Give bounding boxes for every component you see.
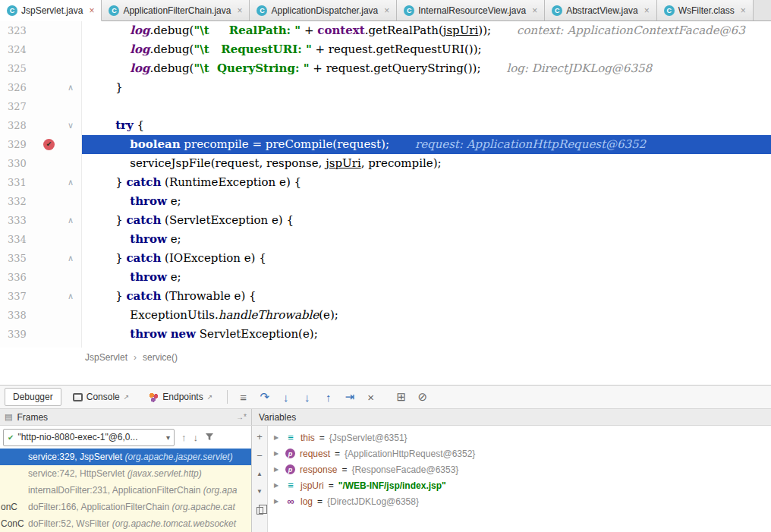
run-to-cursor-icon[interactable]: ⇥ <box>340 389 359 405</box>
filter-funnel-icon[interactable] <box>205 433 214 442</box>
step-into-icon[interactable]: ↓ <box>276 389 295 405</box>
breakpoint-slot[interactable] <box>38 287 61 306</box>
code-content[interactable]: throw e; <box>82 230 771 249</box>
fold-marker-icon[interactable]: ∧ <box>61 78 80 97</box>
fold-marker-icon[interactable] <box>61 21 80 40</box>
step-out-icon[interactable]: ↑ <box>319 389 338 405</box>
previous-frame-icon[interactable]: ↑ <box>181 432 187 443</box>
fold-marker-icon[interactable] <box>61 59 80 78</box>
fold-marker-icon[interactable]: ∧ <box>61 287 80 306</box>
view-breakpoints-icon[interactable]: ⊞ <box>392 389 411 405</box>
tab-close-icon[interactable]: × <box>741 6 746 15</box>
breakpoint-slot[interactable] <box>38 211 61 230</box>
code-content[interactable]: try { <box>82 116 771 135</box>
remove-watch-icon[interactable]: − <box>256 452 263 461</box>
breadcrumb-item-method[interactable]: service() <box>143 352 178 363</box>
code-content[interactable]: log.debug("\t RequestURI: " + request.ge… <box>82 40 771 59</box>
fold-marker-icon[interactable] <box>61 40 80 59</box>
add-watch-icon[interactable]: + <box>256 433 263 442</box>
frame-row[interactable]: service:742, HttpServlet (javax.servlet.… <box>0 465 251 482</box>
next-frame-icon[interactable]: ↓ <box>194 432 199 443</box>
variable-row[interactable]: ▶≡this = {JspServlet@6351} <box>268 430 771 445</box>
fold-marker-icon[interactable] <box>61 268 80 287</box>
debug-tab-console[interactable]: Console↗ <box>65 388 138 406</box>
fold-marker-icon[interactable] <box>61 192 80 211</box>
code-content[interactable]: throw e; <box>82 192 771 211</box>
breakpoint-slot[interactable] <box>38 249 61 268</box>
editor-tab[interactable]: CJspServlet.java× <box>0 0 102 21</box>
move-up-icon[interactable]: ▲ <box>256 471 263 478</box>
fold-marker-icon[interactable] <box>61 97 80 116</box>
expand-chevron-icon[interactable]: ▶ <box>274 450 281 457</box>
fold-marker-icon[interactable]: ∧ <box>61 211 80 230</box>
variable-row[interactable]: ▶∞log = {DirectJDKLog@6358} <box>268 493 771 509</box>
expand-chevron-icon[interactable]: ▶ <box>274 498 281 505</box>
frame-row[interactable]: ConCdoFilter:52, WsFilter (org.apache.to… <box>0 515 251 532</box>
breakpoint-slot[interactable] <box>38 230 61 249</box>
code-content[interactable]: } catch (ServletException e) { <box>82 211 771 230</box>
variable-row[interactable]: ▶prequest = {ApplicationHttpRequest@6352… <box>268 445 771 461</box>
code-content[interactable]: ExceptionUtils.handleThrowable(e); <box>82 306 771 325</box>
variable-row[interactable]: ▶≡jspUri = "/WEB-INF/jsp/index.jsp" <box>268 477 771 493</box>
breakpoint-slot[interactable] <box>38 192 61 211</box>
editor-tab[interactable]: CApplicationFilterChain.java× <box>102 0 250 20</box>
code-content[interactable]: throw new ServletException(e); <box>82 325 771 344</box>
fold-marker-icon[interactable] <box>61 306 80 325</box>
frame-row[interactable]: internalDoFilter:231, ApplicationFilterC… <box>0 482 251 499</box>
breakpoint-slot[interactable] <box>38 325 61 344</box>
frames-options-icon[interactable]: →* <box>236 413 247 421</box>
step-over-icon[interactable]: ↷ <box>255 389 274 405</box>
code-content[interactable]: } catch (IOException e) { <box>82 249 771 268</box>
fold-marker-icon[interactable] <box>61 325 80 344</box>
force-step-into-icon[interactable]: ↓ <box>297 389 316 405</box>
fold-marker-icon[interactable] <box>61 135 80 154</box>
editor-tab[interactable]: CWsFilter.class× <box>657 0 754 20</box>
variable-row[interactable]: ▶presponse = {ResponseFacade@6353} <box>268 461 771 477</box>
fold-marker-icon[interactable] <box>61 154 80 173</box>
editor-tab[interactable]: CAbstractView.java× <box>545 0 657 20</box>
breakpoint-slot[interactable] <box>38 173 61 192</box>
code-content[interactable]: throw e; <box>82 268 771 287</box>
view-options-icon[interactable]: ≡ <box>234 389 253 405</box>
debug-tab-endpoints[interactable]: Endpoints↗ <box>140 388 221 406</box>
fold-marker-icon[interactable] <box>61 230 80 249</box>
fold-marker-icon[interactable]: ∧ <box>61 173 80 192</box>
frame-row[interactable]: onCdoFilter:166, ApplicationFilterChain … <box>0 499 251 515</box>
debug-tab-debugger[interactable]: Debugger <box>5 388 61 406</box>
code-content[interactable]: log.debug("\t RealPath: " + context.getR… <box>82 21 771 40</box>
expand-chevron-icon[interactable]: ▶ <box>274 482 281 489</box>
code-content[interactable]: boolean precompile = preCompile(request)… <box>82 135 771 154</box>
copy-icon[interactable] <box>256 507 263 515</box>
code-content[interactable]: log.debug("\t QueryString: " + request.g… <box>82 59 771 78</box>
breakpoint-slot[interactable] <box>38 97 61 116</box>
breakpoint-slot[interactable] <box>38 21 61 40</box>
thread-combobox[interactable]: ✔ "http-nio-8080-exec-1"@6,0... ▾ <box>3 429 175 446</box>
tab-close-icon[interactable]: × <box>237 6 242 15</box>
breakpoint-slot[interactable] <box>38 306 61 325</box>
breakpoint-slot[interactable]: ✔ <box>38 135 61 154</box>
editor-tab[interactable]: CApplicationDispatcher.java× <box>250 0 397 20</box>
breadcrumb-item-class[interactable]: JspServlet <box>85 352 127 363</box>
frame-row[interactable]: service:329, JspServlet (org.apache.jasp… <box>0 449 251 465</box>
evaluate-expression-icon[interactable]: × <box>361 389 380 405</box>
editor-tab[interactable]: CInternalResourceView.java× <box>397 0 545 20</box>
tab-close-icon[interactable]: × <box>644 6 650 15</box>
fold-marker-icon[interactable]: ∨ <box>61 116 80 135</box>
move-down-icon[interactable]: ▼ <box>256 488 263 496</box>
breakpoint-slot[interactable] <box>38 59 61 78</box>
breakpoint-slot[interactable] <box>38 40 61 59</box>
breakpoint-slot[interactable] <box>38 268 61 287</box>
breakpoint-slot[interactable] <box>38 116 61 135</box>
breakpoint-slot[interactable] <box>38 154 61 173</box>
editor[interactable]: 323 log.debug("\t RealPath: " + context.… <box>0 21 771 348</box>
tab-close-icon[interactable]: × <box>89 6 94 15</box>
code-content[interactable]: } catch (Throwable e) { <box>82 287 771 306</box>
chevron-down-icon[interactable]: ▾ <box>166 433 170 442</box>
mute-breakpoints-icon[interactable]: ⊘ <box>413 389 432 405</box>
breakpoint-slot[interactable] <box>38 78 61 97</box>
tab-close-icon[interactable]: × <box>532 6 537 15</box>
code-content[interactable]: } catch (RuntimeException e) { <box>82 173 771 192</box>
expand-chevron-icon[interactable]: ▶ <box>274 466 281 473</box>
expand-chevron-icon[interactable]: ▶ <box>274 434 281 441</box>
fold-marker-icon[interactable]: ∧ <box>61 249 80 268</box>
